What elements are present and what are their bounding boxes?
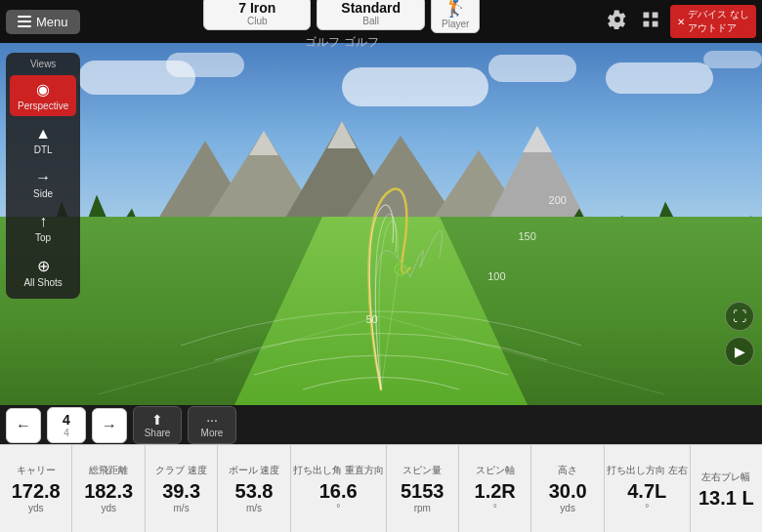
prev-shot-button[interactable]: ←: [6, 408, 41, 443]
top-label: Top: [35, 232, 51, 243]
all-shots-icon: ⊕: [37, 257, 50, 275]
grid-button[interactable]: [637, 6, 664, 38]
stat-unit-0: yds: [28, 503, 44, 513]
dist-150: 150: [518, 230, 535, 242]
views-title: Views: [10, 59, 76, 69]
stat-cell-8: 打ち出し方向 左右4.7L°: [605, 445, 691, 532]
fairway: [234, 217, 528, 405]
stat-value-3: 53.8: [235, 481, 274, 501]
next-icon: →: [102, 417, 117, 434]
play-icon-btn[interactable]: ▶: [725, 337, 754, 366]
stats-bar: キャリー172.8yds総飛距離182.3ydsクラブ 速度39.3m/sボール…: [0, 444, 762, 532]
svg-rect-1: [653, 12, 658, 18]
outdoor-text: デバイス なしアウトドア: [688, 8, 749, 35]
stat-unit-5: rpm: [414, 503, 431, 513]
stat-value-0: 172.8: [12, 481, 61, 501]
more-button[interactable]: ··· More: [188, 406, 236, 444]
settings-button[interactable]: [604, 6, 631, 38]
ball-value: Standard: [341, 0, 401, 16]
stat-cell-1: 総飛距離182.3yds: [72, 445, 145, 532]
stat-cell-9: 左右ブレ幅13.1 L: [691, 445, 762, 532]
club-selector[interactable]: 7 Iron Club: [203, 0, 311, 30]
next-shot-button[interactable]: →: [92, 408, 127, 443]
svg-marker-12: [523, 126, 552, 152]
ball-selector[interactable]: Standard Ball: [317, 0, 425, 30]
dist-50: 50: [365, 313, 377, 325]
top-selectors: 7 Iron Club Standard Ball 🏌 Player: [203, 0, 480, 33]
stat-value-2: 39.3: [162, 481, 200, 501]
shot-number-display: 4 4: [47, 407, 86, 443]
stat-unit-1: yds: [101, 503, 116, 513]
view-side[interactable]: → Side: [10, 164, 76, 204]
view-top[interactable]: ↑ Top: [10, 208, 76, 248]
golf-scene: 50 100 150 200 ⛶ ▶: [0, 43, 762, 405]
stat-label-5: スピン量: [402, 464, 442, 477]
view-dtl[interactable]: ▲ DTL: [10, 120, 76, 160]
view-all-shots[interactable]: ⊕ All Shots: [10, 252, 76, 293]
stat-cell-2: クラブ 速度39.3m/s: [146, 445, 218, 532]
stat-unit-7: yds: [560, 503, 575, 513]
dtl-icon: ▲: [35, 125, 51, 143]
share-icon: ⬆: [144, 412, 171, 428]
side-label: Side: [33, 188, 53, 199]
shot-current: 4: [58, 412, 75, 428]
club-label: Club: [228, 16, 286, 26]
share-label: Share: [144, 428, 171, 438]
stat-cell-5: スピン量5153rpm: [387, 445, 459, 532]
stat-unit-8: °: [645, 503, 649, 513]
perspective-icon: ◉: [36, 80, 50, 99]
stat-label-9: 左右ブレ幅: [701, 471, 750, 484]
prev-icon: ←: [16, 417, 31, 434]
fullscreen-icon-btn[interactable]: ⛶: [725, 302, 754, 331]
stat-cell-4: 打ち出し角 重直方向16.6°: [291, 445, 387, 532]
stat-label-8: 打ち出し方向 左右: [607, 464, 688, 477]
stat-cell-3: ボール 速度53.8m/s: [218, 445, 290, 532]
svg-rect-0: [644, 12, 650, 18]
stat-label-0: キャリー: [17, 464, 56, 477]
menu-button[interactable]: Menu: [6, 10, 80, 34]
bottom-controls: ← 4 4 → ⬆ Share ··· More: [6, 406, 236, 444]
top-icon: ↑: [39, 213, 47, 230]
stat-cell-0: キャリー172.8yds: [0, 445, 72, 532]
share-button[interactable]: ⬆ Share: [133, 406, 182, 444]
dtl-label: DTL: [34, 144, 53, 155]
dist-200: 200: [549, 194, 567, 206]
club-value: 7 Iron: [228, 0, 286, 16]
view-perspective[interactable]: ◉ Perspective: [10, 75, 76, 116]
golf-label: ゴルフ ゴルフ: [305, 34, 378, 51]
more-label: More: [198, 428, 226, 438]
stat-cell-6: スピン軸1.2R°: [459, 445, 531, 532]
stat-label-1: 総飛距離: [89, 464, 128, 477]
svg-marker-11: [327, 121, 357, 148]
right-icons: ⛶ ▶: [725, 302, 754, 366]
player-selector[interactable]: 🏌 Player: [431, 0, 480, 33]
player-icon: 🏌: [442, 0, 469, 19]
outdoor-badge[interactable]: ✕ デバイス なしアウトドア: [670, 5, 756, 38]
stat-unit-6: °: [493, 503, 497, 513]
top-center: 7 Iron Club Standard Ball 🏌 Player ゴルフ ゴ…: [80, 0, 605, 51]
ground: [0, 217, 762, 405]
svg-marker-10: [249, 131, 278, 155]
gear-icon: [608, 10, 627, 29]
stat-unit-4: °: [336, 503, 340, 513]
stat-value-9: 13.1 L: [698, 488, 754, 508]
top-right: ✕ デバイス なしアウトドア: [604, 5, 756, 38]
player-label: Player: [442, 19, 469, 29]
stat-unit-3: m/s: [246, 503, 262, 513]
stat-value-1: 182.3: [84, 481, 133, 501]
views-panel: Views ◉ Perspective ▲ DTL → Side ↑ Top ⊕…: [6, 53, 80, 299]
stat-value-4: 16.6: [319, 481, 358, 501]
menu-icon: [18, 16, 31, 27]
dist-100: 100: [487, 270, 505, 282]
grid-icon: [641, 10, 660, 29]
stat-cell-7: 高さ30.0yds: [531, 445, 604, 532]
side-icon: →: [35, 169, 51, 186]
stat-label-2: クラブ 速度: [155, 464, 207, 477]
ball-label: Ball: [341, 16, 401, 26]
stat-value-6: 1.2R: [475, 481, 516, 501]
more-icon: ···: [198, 412, 226, 428]
shot-total: 4: [58, 428, 75, 438]
top-bar: Menu 7 Iron Club Standard Ball 🏌 Player …: [0, 0, 762, 43]
stat-label-3: ボール 速度: [229, 464, 280, 477]
stat-value-5: 5153: [401, 481, 444, 501]
